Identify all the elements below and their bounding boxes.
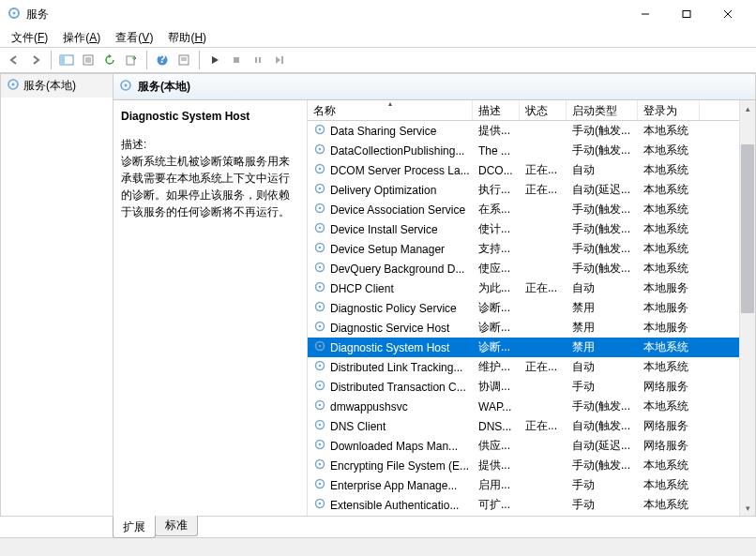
svg-rect-7: [60, 55, 65, 65]
minimize-button[interactable]: [625, 1, 666, 27]
menu-view[interactable]: 查看(V): [108, 28, 160, 48]
close-button[interactable]: [707, 1, 748, 27]
col-header-logon[interactable]: 登录为: [638, 100, 700, 120]
menu-help[interactable]: 帮助(H): [160, 28, 214, 48]
service-row[interactable]: Device Association Service在系...手动(触发...本…: [308, 200, 739, 219]
cell-status: 正在...: [520, 280, 567, 296]
tab-standard[interactable]: 标准: [155, 516, 198, 536]
service-row[interactable]: Extensible Authenticatio...可扩...手动本地系统: [308, 495, 739, 515]
start-service-button[interactable]: [204, 50, 225, 70]
scroll-track[interactable]: [740, 116, 755, 500]
cell-logon: 本地服务: [638, 280, 700, 296]
service-gear-icon: [313, 280, 326, 296]
description-text: 诊断系统主机被诊断策略服务用来承载需要在本地系统上下文中运行的诊断。如果停止该服…: [121, 153, 299, 220]
service-row[interactable]: Device Install Service使计...手动(触发...本地系统: [308, 219, 739, 239]
cell-name: Encrypting File System (E...: [308, 458, 473, 473]
service-row[interactable]: Diagnostic Service Host诊断...禁用本地服务: [308, 318, 739, 338]
cell-desc: 诊断...: [473, 339, 520, 355]
service-row[interactable]: DCOM Server Process La...DCO...正在...自动本地…: [308, 160, 739, 180]
col-header-name[interactable]: 名称▴: [308, 100, 473, 120]
vertical-scrollbar[interactable]: ▴ ▾: [739, 100, 755, 516]
scroll-thumb[interactable]: [741, 144, 754, 313]
scroll-up-button[interactable]: ▴: [740, 100, 755, 116]
stop-service-button[interactable]: [226, 50, 247, 70]
tab-extended[interactable]: 扩展: [113, 516, 156, 538]
maximize-button[interactable]: [666, 1, 707, 27]
service-row[interactable]: Enterprise App Manage...启用...手动本地系统: [308, 475, 739, 495]
service-row[interactable]: Delivery Optimization执行...正在...自动(延迟...本…: [308, 180, 739, 200]
cell-logon: 本地系统: [638, 123, 700, 139]
properties2-button[interactable]: [174, 50, 194, 70]
service-row[interactable]: Distributed Link Tracking...维护...正在...自动…: [308, 357, 739, 377]
svg-point-39: [319, 247, 322, 249]
svg-rect-19: [255, 57, 257, 63]
cell-logon: 网络服务: [638, 438, 700, 454]
cell-name: DNS Client: [308, 418, 473, 434]
forward-button[interactable]: [25, 50, 46, 70]
service-row[interactable]: DHCP Client为此...正在...自动本地服务: [308, 278, 739, 298]
show-hide-tree-button[interactable]: [56, 50, 77, 70]
svg-rect-20: [259, 57, 261, 63]
menu-action[interactable]: 操作(A): [55, 28, 108, 48]
menu-file[interactable]: 文件(F): [4, 28, 55, 48]
tabs-bar: 扩展 标准: [0, 517, 756, 537]
service-gear-icon: [313, 497, 326, 513]
service-row[interactable]: Device Setup Manager支持...手动(触发...本地系统: [308, 239, 739, 259]
service-gear-icon: [313, 379, 326, 395]
cell-name: DevQuery Background D...: [308, 261, 473, 277]
scroll-down-button[interactable]: ▾: [740, 500, 755, 516]
svg-rect-21: [281, 56, 283, 64]
cell-logon: 本地系统: [638, 143, 700, 158]
pause-service-button[interactable]: [248, 50, 268, 70]
service-row[interactable]: DevQuery Background D...使应...手动(触发...本地系…: [308, 259, 739, 278]
cell-desc: 协调...: [473, 379, 520, 395]
cell-name: Diagnostic System Host: [308, 339, 473, 355]
service-gear-icon: [313, 261, 326, 277]
cell-startup: 手动: [567, 379, 638, 395]
cell-name: Distributed Transaction C...: [308, 379, 473, 395]
service-row[interactable]: dmwappushsvcWAP...手动(触发...本地系统: [308, 397, 739, 416]
services-header-icon: [119, 79, 132, 95]
export-list-button[interactable]: [121, 50, 142, 70]
cell-desc: DNS...: [473, 420, 520, 433]
cell-status: 正在...: [520, 182, 567, 198]
cell-desc: 启用...: [473, 477, 520, 493]
cell-logon: 本地系统: [638, 202, 700, 218]
cell-startup: 禁用: [567, 320, 638, 336]
cell-desc: WAP...: [473, 400, 520, 413]
service-row[interactable]: Diagnostic System Host诊断...禁用本地系统: [308, 338, 739, 357]
cell-logon: 网络服务: [638, 379, 700, 395]
cell-logon: 本地系统: [638, 497, 700, 513]
col-header-desc[interactable]: 描述: [473, 100, 520, 120]
cell-name: dmwappushsvc: [308, 398, 473, 414]
service-row[interactable]: Data Sharing Service提供...手动(触发...本地系统: [308, 121, 739, 141]
service-rows: Data Sharing Service提供...手动(触发...本地系统Dat…: [308, 121, 739, 516]
properties-button[interactable]: [78, 50, 98, 70]
service-row[interactable]: Distributed Transaction C...协调...手动网络服务: [308, 377, 739, 397]
back-button[interactable]: [4, 50, 24, 70]
cell-startup: 手动(触发...: [567, 458, 638, 473]
service-row[interactable]: DataCollectionPublishing...The ...手动(触发.…: [308, 141, 739, 160]
col-header-status[interactable]: 状态: [520, 100, 567, 120]
cell-desc: 可扩...: [473, 497, 520, 513]
svg-point-35: [319, 207, 322, 210]
tree-root-services[interactable]: 服务(本地): [1, 74, 113, 98]
service-row[interactable]: Downloaded Maps Man...供应...自动(延迟...网络服务: [308, 436, 739, 456]
service-row[interactable]: Diagnostic Policy Service诊断...禁用本地服务: [308, 298, 739, 318]
cell-startup: 禁用: [567, 339, 638, 355]
help-button[interactable]: ?: [152, 50, 173, 70]
cell-name: Distributed Link Tracking...: [308, 359, 473, 375]
refresh-button[interactable]: [99, 50, 120, 70]
cell-desc: 供应...: [473, 438, 520, 454]
col-header-startup[interactable]: 启动类型: [567, 100, 638, 120]
service-row[interactable]: Encrypting File System (E...提供...手动(触发..…: [308, 456, 739, 475]
cell-name: DataCollectionPublishing...: [308, 143, 473, 158]
restart-service-button[interactable]: [269, 50, 290, 70]
service-row[interactable]: DNS ClientDNS...正在...自动(触发...网络服务: [308, 416, 739, 436]
window-title: 服务: [26, 7, 625, 23]
svg-point-25: [125, 84, 128, 87]
detail-panel: Diagnostic System Host 描述: 诊断系统主机被诊断策略服务…: [113, 100, 307, 516]
service-list: 名称▴ 描述 状态 启动类型 登录为 Data Sharing Service提…: [307, 100, 739, 516]
svg-point-23: [12, 83, 15, 86]
service-gear-icon: [313, 398, 326, 414]
